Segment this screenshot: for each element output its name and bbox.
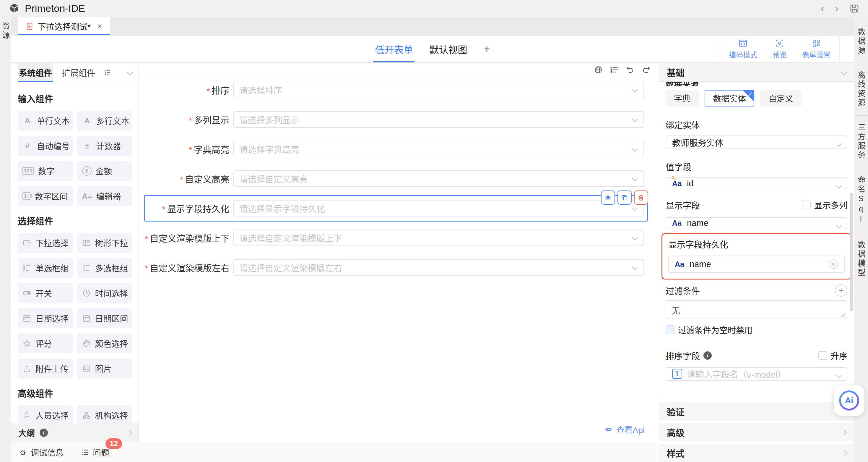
display-multi-checkbox[interactable] xyxy=(802,201,811,209)
section-style[interactable]: 样式 xyxy=(659,444,854,462)
sort-select[interactable]: 请选择排序 xyxy=(234,82,644,98)
add-filter-button[interactable]: + xyxy=(835,284,847,297)
component-card-checkbox-group[interactable]: 多选框组 xyxy=(78,258,132,278)
filter-label: 过滤条件 xyxy=(665,284,700,297)
component-list-view-icon[interactable] xyxy=(104,69,111,76)
section-title-select-components: 选择组件 xyxy=(18,214,132,227)
field-copy-button[interactable] xyxy=(617,191,632,205)
i18n-globe-icon[interactable] xyxy=(594,65,603,74)
display-persist-input[interactable]: Aa name ✕ xyxy=(668,256,845,273)
form-field-multi-column[interactable]: *多列显示 请选择多列显示 xyxy=(145,111,647,128)
component-card-single-line-text[interactable]: A单行文本 xyxy=(18,111,73,131)
multi-column-select[interactable]: 请选择多列显示 xyxy=(234,111,644,128)
component-card-auto-number[interactable]: #自动编号 xyxy=(18,136,73,156)
component-card-time-picker[interactable]: 时间选择 xyxy=(78,283,132,303)
inspector-scrollbar[interactable] xyxy=(850,193,853,311)
render-template-vertical-select[interactable]: 请选择自定义渲染模版上下 xyxy=(234,230,644,246)
preview-button[interactable]: 预览 xyxy=(773,38,787,59)
option-custom[interactable]: 自定义 xyxy=(760,90,802,107)
rail-item-data-model[interactable]: 数据模型 xyxy=(854,233,868,285)
component-card-editor[interactable]: A≡编辑器 xyxy=(78,186,132,206)
filter-disable-checkbox[interactable] xyxy=(665,325,675,334)
form-field-render-template-vertical[interactable]: *自定义渲染模版上下 请选择自定义渲染模版上下 xyxy=(145,230,647,246)
add-view-button[interactable]: + xyxy=(484,43,490,55)
tab-system-components[interactable]: 系统组件 xyxy=(18,63,53,82)
chevron-down-icon xyxy=(632,175,638,181)
close-tab-icon[interactable]: × xyxy=(97,21,102,31)
component-card-number-range[interactable]: 1~3数字区间 xyxy=(18,186,73,206)
form-doc-icon xyxy=(25,22,34,30)
form-settings-button[interactable]: 表单设置 xyxy=(802,38,831,59)
component-card-radio-group[interactable]: 单选框组 xyxy=(18,258,73,278)
status-bar: 调试信息 问题 12 xyxy=(11,442,659,462)
nav-back-icon[interactable]: ‹ xyxy=(821,3,824,14)
problems-button[interactable]: 问题 12 xyxy=(80,446,109,458)
collapse-panel-chevron-icon[interactable] xyxy=(127,69,133,76)
view-api-link[interactable]: 查看Api xyxy=(604,424,645,435)
clear-value-icon[interactable]: ✕ xyxy=(829,259,838,269)
component-card-rating[interactable]: 评分 xyxy=(18,333,73,353)
component-card-dropdown-select[interactable]: 下拉选择 xyxy=(18,233,73,253)
component-card-switch[interactable]: 开关 xyxy=(18,283,73,303)
display-persist-select[interactable]: 请选择显示字段持久化 xyxy=(234,200,644,216)
component-card-date-picker[interactable]: 日期选择 xyxy=(18,308,73,328)
document-tab[interactable]: 下拉选择测试* × xyxy=(18,17,110,35)
custom-highlight-select[interactable]: 请选择自定义高亮 xyxy=(234,170,644,187)
component-card-org-select[interactable]: 机构选择 xyxy=(78,405,132,423)
component-card-multi-line-text[interactable]: A多行文本 xyxy=(78,111,132,131)
save-icon[interactable] xyxy=(849,3,860,14)
filter-textarea[interactable]: 无 xyxy=(665,300,847,319)
display-field-select[interactable]: Aa name xyxy=(665,217,847,229)
code-mode-button[interactable]: 编码模式 xyxy=(729,38,757,59)
ai-assistant-button[interactable]: Ai xyxy=(834,385,864,416)
tab-default-view[interactable]: 默认视图 xyxy=(429,35,467,62)
component-card-image[interactable]: 图片 xyxy=(78,358,132,379)
collapse-basic-chevron-icon[interactable] xyxy=(841,69,847,75)
sort-field-input[interactable]: T 请输入字段名（v-model） xyxy=(665,367,847,381)
option-dictionary[interactable]: 字典 xyxy=(665,90,699,107)
form-field-sort[interactable]: *排序 请选择排序 xyxy=(145,82,647,98)
form-field-dict-highlight[interactable]: *字典高亮 请选择字典高亮 xyxy=(145,141,647,157)
component-card-person-select[interactable]: 人员选择 xyxy=(18,405,73,423)
value-field-select[interactable]: Aa id xyxy=(665,177,847,190)
tab-extension-components[interactable]: 扩展组件 xyxy=(61,63,96,82)
rail-item-third-party-services[interactable]: 三方服务 xyxy=(854,116,868,168)
debug-info-button[interactable]: 调试信息 xyxy=(18,446,64,458)
bind-entity-select[interactable]: 教师服务实体 xyxy=(665,136,847,149)
rating-star-icon xyxy=(23,339,31,348)
nav-forward-icon[interactable]: › xyxy=(835,3,838,14)
option-data-entity-selected[interactable]: 数据实体✓ xyxy=(705,90,754,107)
dict-highlight-select[interactable]: 请选择字典高亮 xyxy=(234,141,644,157)
component-card-date-range[interactable]: 日期区间 xyxy=(78,308,132,328)
resources-rail[interactable]: 资源 xyxy=(0,17,11,462)
rail-item-offline-resources[interactable]: 离线资源 xyxy=(854,63,868,116)
render-template-horizontal-select[interactable]: 请选择自定义渲染模版左右 xyxy=(234,259,644,276)
single-line-text-icon: A xyxy=(23,116,32,125)
rail-item-named-sql[interactable]: 命名Sql xyxy=(854,168,868,233)
form-field-custom-highlight[interactable]: *自定义高亮 请选择自定义高亮 xyxy=(145,170,647,187)
ascending-checkbox[interactable] xyxy=(818,351,827,360)
expand-outline-chevron-icon[interactable] xyxy=(126,430,132,436)
rail-item-datasource[interactable]: 数据源 xyxy=(854,20,868,63)
resize-handle-icon[interactable] xyxy=(840,312,845,317)
undo-icon[interactable] xyxy=(626,65,634,74)
inspector-header-basic[interactable]: 基础 xyxy=(659,63,854,82)
component-card-counter[interactable]: ±计数器 xyxy=(78,136,132,156)
component-card-file-upload[interactable]: 附件上传 xyxy=(18,358,73,379)
tab-low-code-form[interactable]: 低开表单 xyxy=(375,35,413,62)
form-field-display-persist-selected[interactable]: *显示字段持久化 请选择显示字段持久化 xyxy=(145,196,647,221)
component-card-tree-select[interactable]: 树形下拉 xyxy=(78,233,132,253)
component-card-color-picker[interactable]: 颜色选择 xyxy=(78,333,132,353)
component-card-currency[interactable]: ¥金额 xyxy=(78,161,132,181)
section-advanced[interactable]: 高级 xyxy=(659,423,854,441)
field-delete-button[interactable] xyxy=(634,191,648,205)
trash-icon xyxy=(637,194,645,201)
section-validation[interactable]: 验证 xyxy=(659,402,854,421)
required-asterisk: * xyxy=(145,234,148,243)
field-config-icon[interactable] xyxy=(610,65,619,74)
component-card-number[interactable]: 123数字 xyxy=(18,161,73,181)
form-field-render-template-horizontal[interactable]: *自定义渲染模版左右 请选择自定义渲染模版左右 xyxy=(145,259,647,276)
redo-icon[interactable] xyxy=(642,65,651,74)
field-settings-button[interactable] xyxy=(601,191,615,205)
primary-key-icon xyxy=(671,175,677,181)
